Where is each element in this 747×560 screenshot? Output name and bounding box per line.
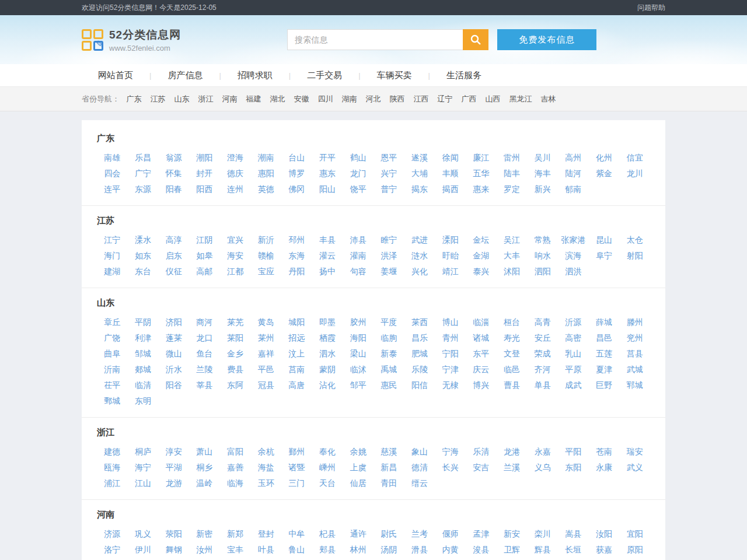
city-link[interactable]: 宝应 <box>250 264 281 279</box>
city-link[interactable]: 缙云 <box>404 475 435 491</box>
city-link[interactable]: 睢宁 <box>374 232 404 248</box>
city-link[interactable]: 武陟 <box>220 558 251 560</box>
city-link[interactable]: 灌云 <box>312 248 343 264</box>
city-link[interactable]: 胶州 <box>343 314 374 330</box>
city-link[interactable]: 丰顺 <box>435 166 466 181</box>
city-link[interactable]: 沂水 <box>158 362 189 377</box>
city-link[interactable]: 茌平 <box>97 377 128 393</box>
city-link[interactable]: 尉氏 <box>374 526 404 542</box>
city-link[interactable]: 昆山 <box>589 232 620 248</box>
city-link[interactable]: 溧阳 <box>435 232 466 248</box>
province-link-1[interactable]: 广东 <box>127 94 142 103</box>
city-link[interactable]: 林州 <box>343 542 374 558</box>
city-link[interactable]: 高密 <box>558 330 589 346</box>
city-link[interactable]: 三门 <box>281 475 312 491</box>
city-link[interactable]: 辉县 <box>527 542 558 558</box>
city-link[interactable]: 冠县 <box>250 377 281 393</box>
city-link[interactable]: 蒙阴 <box>312 362 343 377</box>
city-link[interactable]: 即墨 <box>312 314 343 330</box>
city-link[interactable]: 阜宁 <box>589 248 620 264</box>
city-link[interactable]: 宁海 <box>435 444 466 460</box>
city-link[interactable]: 泗水 <box>312 346 343 362</box>
city-link[interactable]: 新沂 <box>250 232 281 248</box>
city-link[interactable]: 射阳 <box>619 248 650 264</box>
city-link[interactable]: 溧水 <box>128 232 159 248</box>
city-link[interactable]: 长兴 <box>435 460 466 475</box>
city-link[interactable]: 莱芜 <box>220 314 251 330</box>
city-link[interactable]: 建德 <box>97 444 128 460</box>
city-link[interactable]: 上虞 <box>343 460 374 475</box>
city-link[interactable]: 莘县 <box>189 377 220 393</box>
city-link[interactable]: 东明 <box>128 393 159 409</box>
city-link[interactable]: 平阴 <box>128 314 159 330</box>
city-link[interactable]: 台山 <box>281 150 312 166</box>
city-link[interactable]: 博兴 <box>466 377 497 393</box>
city-link[interactable]: 响水 <box>527 248 558 264</box>
city-link[interactable]: 新泰 <box>374 346 404 362</box>
city-link[interactable]: 浦江 <box>97 475 128 491</box>
city-link[interactable]: 仙居 <box>343 475 374 491</box>
city-link[interactable]: 乐清 <box>466 444 497 460</box>
city-link[interactable]: 江山 <box>128 475 159 491</box>
city-link[interactable]: 兰溪 <box>497 460 528 475</box>
city-link[interactable]: 无棣 <box>435 377 466 393</box>
city-link[interactable]: 灌南 <box>343 248 374 264</box>
city-link[interactable]: 高州 <box>558 150 589 166</box>
city-link[interactable]: 荣成 <box>527 346 558 362</box>
city-link[interactable]: 单县 <box>527 377 558 393</box>
province-link-8[interactable]: 安徽 <box>294 94 309 103</box>
city-link[interactable]: 翁源 <box>158 150 189 166</box>
city-link[interactable]: 叶县 <box>250 542 281 558</box>
city-link[interactable]: 禹州 <box>435 558 466 560</box>
city-link[interactable]: 莒县 <box>619 346 650 362</box>
city-link[interactable]: 曹县 <box>497 377 528 393</box>
city-link[interactable]: 江阴 <box>189 232 220 248</box>
city-link[interactable]: 东源 <box>128 181 159 197</box>
city-link[interactable]: 邹城 <box>128 346 159 362</box>
site-logo[interactable]: 52分类信息网 www.52fenlei.com <box>82 27 181 52</box>
city-link[interactable]: 长垣 <box>558 542 589 558</box>
city-link[interactable]: 余姚 <box>343 444 374 460</box>
city-link[interactable]: 阳西 <box>189 181 220 197</box>
city-link[interactable]: 靖江 <box>435 264 466 279</box>
city-link[interactable]: 郓城 <box>619 377 650 393</box>
city-link[interactable]: 莱阳 <box>220 330 251 346</box>
city-link[interactable]: 长葛 <box>466 558 497 560</box>
city-link[interactable]: 丰县 <box>312 232 343 248</box>
city-link[interactable]: 惠阳 <box>250 166 281 181</box>
nav-item-6[interactable]: 生活服务 <box>430 70 498 81</box>
city-link[interactable]: 饶平 <box>343 181 374 197</box>
city-link[interactable]: 郁南 <box>558 181 589 197</box>
city-link[interactable]: 瓯海 <box>97 460 128 475</box>
city-link[interactable]: 临清 <box>128 377 159 393</box>
city-link[interactable]: 广饶 <box>97 330 128 346</box>
province-link-2[interactable]: 江苏 <box>151 94 166 103</box>
city-link[interactable]: 梁山 <box>343 346 374 362</box>
city-link[interactable]: 伊川 <box>128 542 159 558</box>
city-link[interactable]: 章丘 <box>97 314 128 330</box>
city-link[interactable]: 萧山 <box>189 444 220 460</box>
city-link[interactable]: 海盐 <box>250 460 281 475</box>
province-link-6[interactable]: 福建 <box>246 94 261 103</box>
city-link[interactable]: 金湖 <box>466 248 497 264</box>
city-link[interactable]: 武义 <box>619 460 650 475</box>
city-link[interactable]: 江都 <box>220 264 251 279</box>
city-link[interactable]: 瑞安 <box>619 444 650 460</box>
city-link[interactable]: 巩义 <box>128 526 159 542</box>
city-link[interactable]: 连州 <box>220 181 251 197</box>
city-link[interactable]: 灵宝 <box>619 558 650 560</box>
city-link[interactable]: 兴化 <box>404 264 435 279</box>
city-link[interactable]: 启东 <box>158 248 189 264</box>
city-link[interactable]: 平湖 <box>158 460 189 475</box>
city-link[interactable]: 慈溪 <box>374 444 404 460</box>
city-link[interactable]: 昌邑 <box>589 330 620 346</box>
city-link[interactable]: 清丰 <box>312 558 343 560</box>
province-link-12[interactable]: 陕西 <box>390 94 405 103</box>
province-link-16[interactable]: 山西 <box>486 94 501 103</box>
city-link[interactable]: 新安 <box>497 526 528 542</box>
city-link[interactable]: 青州 <box>435 330 466 346</box>
city-link[interactable]: 台前 <box>404 558 435 560</box>
city-link[interactable]: 洪泽 <box>374 248 404 264</box>
province-link-4[interactable]: 浙江 <box>198 94 214 103</box>
city-link[interactable]: 徐闻 <box>435 150 466 166</box>
